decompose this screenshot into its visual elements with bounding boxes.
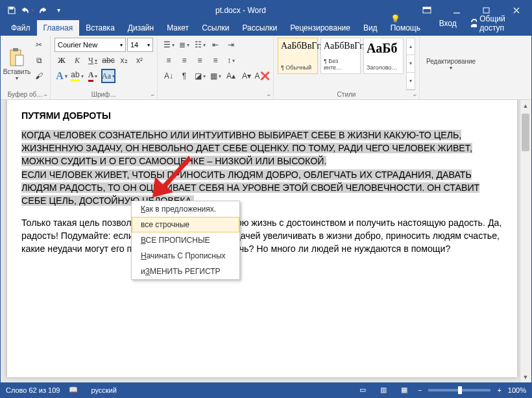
undo-icon[interactable] xyxy=(20,3,34,18)
superscript-icon[interactable]: x² xyxy=(132,53,147,68)
doc-para-selected-2: ЕСЛИ ЧЕЛОВЕК ЖИВЕТ, ЧТОБЫ ПРИНОСИТЬ ЛЮДЯ… xyxy=(21,169,479,206)
bullets-icon[interactable]: ☰ xyxy=(162,38,176,52)
underline-icon[interactable]: Ч xyxy=(86,53,100,68)
italic-icon[interactable]: К xyxy=(70,53,84,68)
tab-insert[interactable]: Вставка xyxy=(79,20,121,36)
font-name-combo[interactable]: Courier New▾ xyxy=(54,38,126,52)
spell-check-icon[interactable]: 📖 xyxy=(69,386,78,394)
subscript-icon[interactable]: x₂ xyxy=(117,53,131,68)
styles-scroll[interactable]: ▴▾▾ xyxy=(406,38,415,90)
language[interactable]: русский xyxy=(91,386,116,394)
font-size-combo[interactable]: 14▾ xyxy=(127,38,153,52)
copy-icon[interactable]: ⧉ xyxy=(32,53,46,68)
font-name-value: Courier New xyxy=(58,41,97,49)
decrease-indent-icon[interactable]: ⇤ xyxy=(208,38,223,52)
page[interactable]: ПУТЯМИ ДОБРОТЫ КОГДА ЧЕЛОВЕК СОЗНАТЕЛЬНО… xyxy=(7,100,517,377)
lbl: МЕНИТЬ РЕГИСТР xyxy=(150,267,221,276)
share-button[interactable]: Общий доступ xyxy=(465,12,527,34)
zoom-in-icon[interactable]: + xyxy=(497,386,501,394)
vertical-scrollbar[interactable]: ▲ ▼ xyxy=(520,100,531,382)
align-center-icon[interactable]: ≡ xyxy=(177,53,191,68)
qat-customize-icon[interactable]: ▾ xyxy=(51,3,66,18)
font-color-icon[interactable]: A xyxy=(86,69,100,83)
font-group-label: Шриф… xyxy=(54,91,153,98)
lbl: СЕ ПРОПИСНЫЕ xyxy=(146,236,210,245)
text-effects-icon[interactable]: A xyxy=(54,69,69,83)
view-print-icon[interactable]: ▥ xyxy=(376,384,391,396)
tell-me[interactable]: Помощь xyxy=(384,11,431,36)
case-lowercase[interactable]: все строчные xyxy=(132,217,239,232)
editing-button[interactable]: Редактирование ▾ xyxy=(424,38,478,90)
tab-design[interactable]: Дизайн xyxy=(121,20,160,36)
style-heading1[interactable]: АаБб Заголово… xyxy=(363,38,404,74)
editing-label: Редактирование xyxy=(426,58,476,65)
case-uppercase[interactable]: ВСЕ ПРОПИСНЫЕ xyxy=(132,232,239,248)
doc-heading: ПУТЯМИ ДОБРОТЫ xyxy=(21,109,503,122)
cut-icon[interactable]: ✂ xyxy=(32,38,46,52)
tab-home[interactable]: Главная xyxy=(37,20,80,36)
paragraph-group-label xyxy=(162,91,269,98)
format-painter-icon[interactable]: 🖌 xyxy=(32,69,46,83)
align-left-icon[interactable]: ≡ xyxy=(162,53,176,68)
bold-icon[interactable]: Ж xyxy=(54,53,69,68)
style-sample: АаБб xyxy=(367,41,400,56)
zoom-slider[interactable] xyxy=(428,389,490,392)
zoom-out-icon[interactable]: − xyxy=(418,386,422,394)
word-count[interactable]: Слово 62 из 109 xyxy=(6,386,60,394)
zoom-level[interactable]: 100% xyxy=(508,386,526,394)
case-sentence[interactable]: Как в предложениях. xyxy=(132,201,239,217)
view-read-icon[interactable]: ▭ xyxy=(356,384,370,396)
grow-font-icon[interactable]: A▴ xyxy=(224,69,238,83)
save-icon[interactable] xyxy=(5,3,19,18)
clear-formatting-icon[interactable]: A❌ xyxy=(255,69,269,83)
case-capitalize[interactable]: Начинать С Прописных xyxy=(132,248,239,264)
tab-view[interactable]: Вид xyxy=(357,20,384,36)
align-right-icon[interactable]: ≡ xyxy=(193,53,207,68)
show-marks-icon[interactable]: ¶ xyxy=(177,69,191,83)
shading-icon[interactable]: ◪ xyxy=(193,69,207,83)
document-area: ПУТЯМИ ДОБРОТЫ КОГДА ЧЕЛОВЕК СОЗНАТЕЛЬНО… xyxy=(1,100,531,382)
multilevel-list-icon[interactable]: ☷ xyxy=(193,38,207,52)
line-spacing-icon[interactable]: ↕ xyxy=(224,53,238,68)
ribbon: Вставить ▾ ✂ ⧉ 🖌 Буфер об… Courier New▾ … xyxy=(1,36,531,100)
lbl: ачинать С Прописных xyxy=(147,251,226,260)
red-arrow-annotation xyxy=(152,155,191,200)
style-normal[interactable]: АаБбВвГг, ¶ Обычный xyxy=(278,38,318,74)
style-sample: АаБбВвГг, xyxy=(281,41,315,51)
clipboard-group-label: Буфер об… xyxy=(5,91,46,98)
style-name: ¶ Без инте… xyxy=(324,58,357,71)
change-case-button[interactable]: Aa xyxy=(101,69,115,83)
increase-indent-icon[interactable]: ⇥ xyxy=(224,38,238,52)
font-size-value: 14 xyxy=(130,41,138,49)
tab-review[interactable]: Рецензирование xyxy=(284,20,357,36)
case-toggle[interactable]: иЗМЕНИТЬ РЕГИСТР xyxy=(132,264,239,279)
svg-rect-0 xyxy=(10,7,13,9)
paste-button[interactable]: Вставить ▾ xyxy=(5,38,29,90)
paste-label: Вставить xyxy=(3,68,30,75)
scroll-up-icon[interactable]: ▲ xyxy=(520,100,531,111)
borders-icon[interactable]: ▦ xyxy=(208,69,223,83)
strikethrough-icon[interactable]: abc xyxy=(101,53,115,68)
ribbon-tabs: Файл Главная Вставка Дизайн Макет Ссылки… xyxy=(1,19,531,36)
tab-mailings[interactable]: Рассылки xyxy=(236,20,284,36)
highlight-icon[interactable]: ab xyxy=(70,69,84,83)
sort-icon[interactable]: A↓ xyxy=(162,69,176,83)
doc-para-3: Только такая цель позволяет человеку про… xyxy=(21,216,503,255)
scroll-thumb[interactable] xyxy=(522,114,529,151)
scroll-down-icon[interactable]: ▼ xyxy=(520,371,531,382)
share-label: Общий доступ xyxy=(479,14,522,32)
doc-para-selected-1: КОГДА ЧЕЛОВЕК СОЗНАТЕЛЬНО ИЛИ ИНТУИТИВНО… xyxy=(21,130,472,166)
shrink-font-icon[interactable]: A▾ xyxy=(239,69,254,83)
numbering-icon[interactable]: ≣ xyxy=(177,38,191,52)
svg-rect-2 xyxy=(423,7,431,9)
tab-references[interactable]: Ссылки xyxy=(195,20,236,36)
lbl: ак в предложениях. xyxy=(145,205,216,214)
view-web-icon[interactable]: ▦ xyxy=(397,384,411,396)
sign-in[interactable]: Вход xyxy=(433,16,463,31)
tab-layout[interactable]: Макет xyxy=(160,20,195,36)
style-nospacing[interactable]: АаБбВвГг, ¶ Без инте… xyxy=(320,38,361,74)
redo-icon[interactable] xyxy=(36,3,50,18)
change-case-menu: Как в предложениях. все строчные ВСЕ ПРО… xyxy=(131,201,240,280)
tab-file[interactable]: Файл xyxy=(5,20,37,36)
justify-icon[interactable]: ≡ xyxy=(208,53,223,68)
